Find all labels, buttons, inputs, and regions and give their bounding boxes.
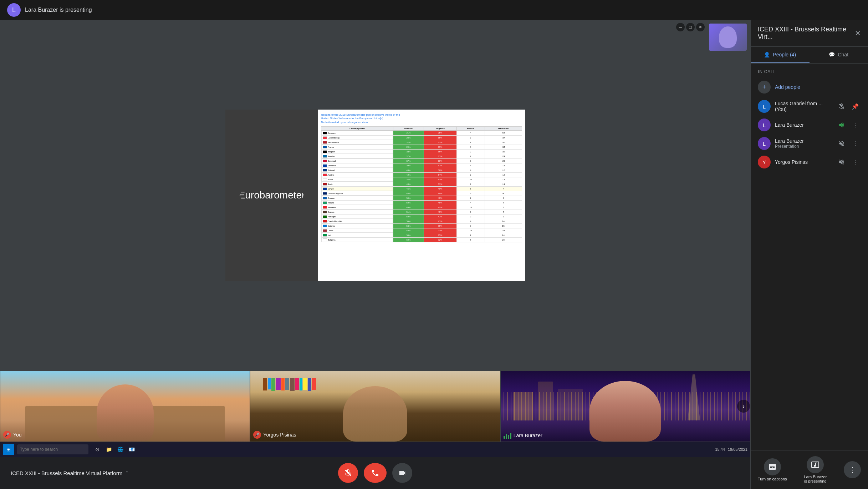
person-silhouette-yorgos [343,386,407,442]
sidebar-close-btn[interactable]: ✕ [855,29,861,37]
table-cell-neutral: 4 [456,168,485,172]
table-row: Portugal [321,214,393,219]
building1 [513,392,533,420]
taskbar-icon-4[interactable]: 📧 [127,445,136,454]
add-people-btn[interactable]: + Add people [758,77,861,97]
tab-chat[interactable]: 💬 Chat [810,47,868,63]
table-row: Bulgaria [321,237,393,242]
turn-on-captions-section[interactable]: Turn on captions [758,458,787,481]
table-cell-diff: -12 [485,172,522,177]
chevron-up-icon[interactable]: ⌃ [125,470,129,475]
sidebar-header: ICED XXIII - Brussels Realtime Virt... ✕ [751,20,868,47]
presenter-text: Lara Burazer is presenting [25,7,92,13]
table-cell-positive: 42% [393,172,424,177]
table-cell-positive: 32% [393,177,424,182]
table-cell-neutral: 8 [456,145,485,149]
presenter-avatar: L [7,3,21,17]
add-people-icon: + [758,81,771,94]
table-row: Latvia [321,228,393,233]
tab-people[interactable]: 👤 People (4) [751,47,810,63]
table-cell-diff: 24 [485,233,522,237]
svg-line-0 [345,470,351,476]
table-cell-positive: 32% [393,140,424,145]
table-cell-positive: 53% [393,223,424,228]
minimize-btn[interactable]: ─ [676,23,685,31]
chat-tab-icon: 💬 [829,52,835,57]
slide-right-panel: Results of the 2018 Eurobarometer poll o… [318,110,525,281]
actions-lucas: 📌 [836,101,861,112]
table-cell-negative: 46% [424,200,456,205]
slide-table: Country polled Positive Negative Neutral… [321,126,522,242]
chat-tab-label: Chat [838,52,848,57]
table-row: Czech Republic [321,219,393,223]
info-lara1: Lara Burazer [775,122,832,128]
mute-button[interactable] [338,463,358,483]
table-cell-diff: -37 [485,135,522,140]
slide-controls[interactable]: ─ □ ✕ [676,23,705,31]
mute-action-yorgos[interactable] [836,156,847,168]
taskbar-time: 15:44 [715,447,725,452]
mute-icon [344,469,352,477]
table-cell-neutral: 8 [456,191,485,196]
taskbar-icon-2[interactable]: 📁 [104,445,113,454]
people-tab-icon: 👤 [764,52,770,57]
table-cell-negative: 51% [424,182,456,186]
mute-badge-yorgos: 🎤 [253,431,261,439]
restore-btn[interactable]: □ [686,23,695,31]
taskbar: ⊞ ⊙ 📁 🌐 📧 15:44 19/05/2021 [0,442,750,457]
mute-action-lara2[interactable] [836,138,847,149]
more-action-yorgos[interactable]: ⋮ [849,156,861,168]
taskbar-icon-3[interactable]: 🌐 [116,445,125,454]
taskbar-icons: ⊙ 📁 🌐 📧 [93,445,715,454]
windows-start-btn[interactable]: ⊞ [3,444,14,455]
table-cell-diff: 20 [485,228,522,233]
table-cell-diff: -4 [485,191,522,196]
participant-badge-yorgos: 🎤 Yorgos Pisinas [253,431,296,439]
presenting-section[interactable]: Lara Burazer is presenting [804,456,827,483]
table-cell-negative: 54% [424,172,456,177]
taskbar-icon-1[interactable]: ⊙ [93,445,102,454]
table-cell-positive: 55% [393,219,424,223]
table-cell-diff: -32 [485,149,522,154]
table-cell-positive: 37% [393,154,424,158]
mute-action-lucas[interactable] [836,101,847,112]
sidebar-tabs: 👤 People (4) 💬 Chat [751,47,868,64]
table-cell-diff: -34 [485,145,522,149]
table-cell-negative: 48% [424,196,456,200]
more-options-btn[interactable]: ⋮ [844,461,861,478]
avatar-yorgos: Y [758,156,771,168]
end-call-button[interactable] [364,463,387,483]
close-slide-btn[interactable]: ✕ [696,23,705,31]
table-cell-positive: 53% [393,228,424,233]
table-cell-negative: 32% [424,237,456,242]
in-call-label: IN CALL [758,69,861,74]
table-cell-negative: 65% [424,135,456,140]
table-cell-positive: 29% [393,145,424,149]
taskbar-search[interactable] [17,444,88,454]
participant-bg-lara [501,371,750,442]
meeting-title-bottom: ICED XXIII - Brussels Realtime Virtual P… [11,470,122,476]
slide-title: Results of the 2018 Eurobarometer poll o… [321,113,522,124]
more-action-lara2[interactable]: ⋮ [849,138,861,149]
table-cell-diff: 9 [485,214,522,219]
table-cell-diff: -35 [485,140,522,145]
right-sidebar: ICED XXIII - Brussels Realtime Virt... ✕… [750,20,868,489]
nav-arrow-right[interactable]: › [737,400,750,413]
table-row: Greece [321,196,393,200]
table-cell-neutral: 6 [456,186,485,191]
table-cell-diff: 28 [485,237,522,242]
table-cell-neutral: 2 [456,172,485,177]
table-cell-negative: 63% [424,145,456,149]
table-cell-positive: 59% [393,233,424,237]
person-silhouette-lara [589,381,661,442]
audio-bar-1 [504,436,505,439]
pin-action-lucas[interactable]: 📌 [849,101,861,112]
participant-badge-you: 🎤 You [3,431,22,439]
table-cell-negative: 35% [424,233,456,237]
audio-bar-3 [508,435,509,439]
presentation-container: Eurobarometer Results of the 2018 Euroba… [0,20,750,370]
table-cell-diff: -18 [485,163,522,168]
table-cell-negative: 49% [424,186,456,191]
more-action-lara1[interactable]: ⋮ [849,119,861,131]
camera-button[interactable] [392,463,412,483]
